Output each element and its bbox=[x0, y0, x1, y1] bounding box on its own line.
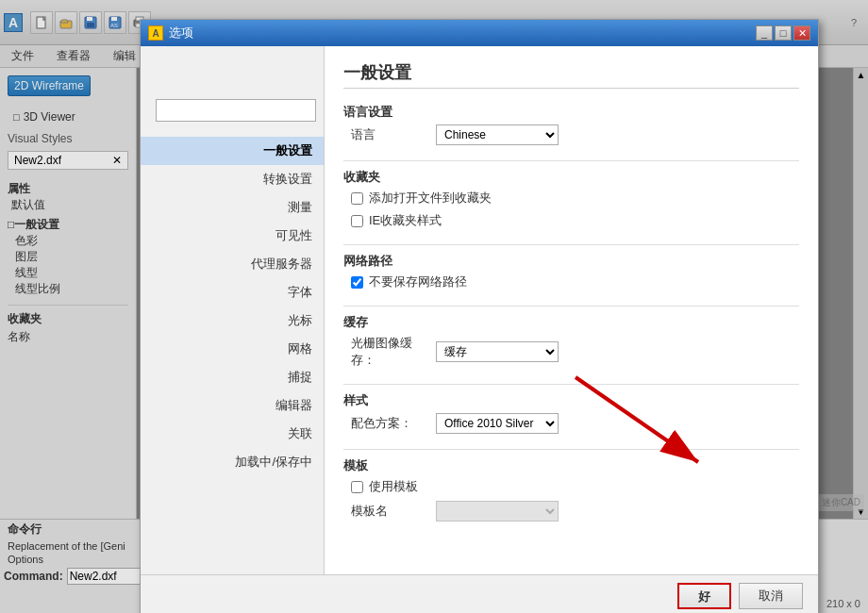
add-to-favorites-label: 添加打开文件到收藏夹 bbox=[369, 190, 492, 207]
language-setting-row: 语言 Chinese English Japanese Korean bbox=[343, 124, 799, 145]
template-group: 模板 使用模板 模板名 bbox=[343, 457, 799, 522]
nav-item-font[interactable]: 字体 bbox=[141, 278, 324, 306]
nav-item-convert[interactable]: 转换设置 bbox=[141, 165, 324, 193]
template-name-label: 模板名 bbox=[351, 503, 436, 520]
dialog-icon: A bbox=[148, 25, 163, 41]
language-select[interactable]: Chinese English Japanese Korean bbox=[436, 124, 559, 145]
use-template-checkbox[interactable] bbox=[351, 481, 363, 493]
no-save-network-checkbox[interactable] bbox=[351, 276, 363, 289]
network-group-label: 网络路径 bbox=[343, 253, 799, 270]
nav-item-editor[interactable]: 编辑器 bbox=[141, 391, 324, 420]
nav-item-general[interactable]: 一般设置 bbox=[141, 137, 324, 165]
divider-1 bbox=[343, 160, 799, 161]
nav-item-cursor[interactable]: 光标 bbox=[141, 306, 324, 335]
favorites-group: 收藏夹 添加打开文件到收藏夹 IE收藏夹样式 bbox=[343, 169, 799, 229]
options-dialog: A 选项 _ □ ✕ 一般设置 转换设置 测量 可见性 代理服务器 字体 bbox=[140, 19, 819, 613]
style-group: 样式 配色方案： Office 2010 Silver Office 2010 … bbox=[343, 392, 799, 434]
favorites-group-label: 收藏夹 bbox=[343, 169, 799, 186]
nav-item-load-save[interactable]: 加载中/保存中 bbox=[141, 448, 324, 476]
network-checkbox-row: 不要保存网络路径 bbox=[343, 273, 799, 290]
dialog-titlebar-buttons: _ □ ✕ bbox=[756, 25, 810, 41]
template-group-label: 模板 bbox=[343, 457, 799, 474]
network-group: 网络路径 不要保存网络路径 bbox=[343, 253, 799, 290]
divider-3 bbox=[343, 306, 799, 306]
cache-group-label: 缓存 bbox=[343, 314, 799, 331]
style-group-label: 样式 bbox=[343, 392, 799, 409]
divider-5 bbox=[343, 449, 799, 450]
favorites-checkbox2-row: IE收藏夹样式 bbox=[343, 212, 799, 229]
dialog-footer: 好 取消 bbox=[141, 574, 818, 613]
minimize-btn[interactable]: _ bbox=[756, 25, 773, 41]
language-group: 语言设置 语言 Chinese English Japanese Korean bbox=[343, 104, 799, 145]
dialog-titlebar: A 选项 _ □ ✕ bbox=[141, 20, 818, 46]
nav-item-visibility[interactable]: 可见性 bbox=[141, 222, 324, 250]
ok-button[interactable]: 好 bbox=[677, 583, 731, 609]
use-template-label: 使用模板 bbox=[369, 478, 418, 495]
no-save-network-label: 不要保存网络路径 bbox=[369, 273, 467, 290]
cache-label: 光栅图像缓存： bbox=[351, 335, 436, 369]
cache-group: 缓存 光栅图像缓存： 缓存 不缓存 bbox=[343, 314, 799, 369]
ie-style-checkbox[interactable] bbox=[351, 215, 363, 227]
divider-4 bbox=[343, 384, 799, 385]
favorites-checkbox1-row: 添加打开文件到收藏夹 bbox=[343, 190, 799, 207]
cancel-button[interactable]: 取消 bbox=[739, 583, 803, 609]
dialog-title: 选项 bbox=[169, 25, 193, 41]
use-template-row: 使用模板 bbox=[343, 478, 799, 495]
scheme-label: 配色方案： bbox=[351, 415, 436, 432]
divider-2 bbox=[343, 244, 799, 245]
language-label: 语言 bbox=[351, 126, 436, 143]
section-title: 一般设置 bbox=[343, 61, 799, 89]
template-name-select[interactable] bbox=[436, 501, 559, 522]
add-to-favorites-checkbox[interactable] bbox=[351, 192, 363, 205]
scheme-select[interactable]: Office 2010 Silver Office 2010 Blue Offi… bbox=[436, 413, 559, 434]
language-group-label: 语言设置 bbox=[343, 104, 799, 121]
scheme-setting-row: 配色方案： Office 2010 Silver Office 2010 Blu… bbox=[343, 413, 799, 434]
nav-item-snap[interactable]: 捕捉 bbox=[141, 363, 324, 391]
dialog-body: 一般设置 转换设置 测量 可见性 代理服务器 字体 光标 网格 捕捉 编辑器 关… bbox=[141, 46, 818, 574]
nav-item-proxy[interactable]: 代理服务器 bbox=[141, 250, 324, 278]
close-btn[interactable]: ✕ bbox=[793, 25, 810, 41]
cache-select[interactable]: 缓存 不缓存 bbox=[436, 341, 559, 362]
nav-item-grid[interactable]: 网格 bbox=[141, 335, 324, 363]
maximize-btn[interactable]: □ bbox=[775, 25, 792, 41]
nav-item-association[interactable]: 关联 bbox=[141, 420, 324, 448]
nav-item-measure[interactable]: 测量 bbox=[141, 193, 324, 222]
dialog-search-input[interactable] bbox=[156, 99, 316, 122]
ie-style-label: IE收藏夹样式 bbox=[369, 212, 442, 229]
dialog-nav: 一般设置 转换设置 测量 可见性 代理服务器 字体 光标 网格 捕捉 编辑器 关… bbox=[141, 46, 325, 574]
dialog-overlay: A 选项 _ □ ✕ 一般设置 转换设置 测量 可见性 代理服务器 字体 bbox=[0, 0, 868, 613]
cache-setting-row: 光栅图像缓存： 缓存 不缓存 bbox=[343, 335, 799, 369]
dialog-content: 一般设置 语言设置 语言 Chinese English Japanese Ko… bbox=[325, 46, 818, 574]
template-name-row: 模板名 bbox=[343, 501, 799, 522]
